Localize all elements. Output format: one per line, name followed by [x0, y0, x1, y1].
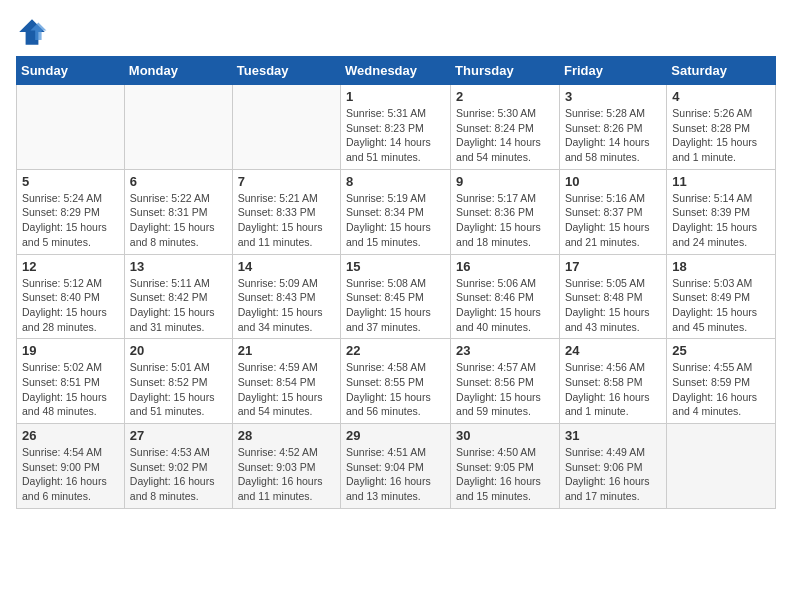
calendar-week-1: 1Sunrise: 5:31 AM Sunset: 8:23 PM Daylig…: [17, 85, 776, 170]
day-number: 6: [130, 174, 227, 189]
day-info: Sunrise: 4:57 AM Sunset: 8:56 PM Dayligh…: [456, 360, 554, 419]
day-number: 11: [672, 174, 770, 189]
day-number: 3: [565, 89, 661, 104]
calendar-cell: 28Sunrise: 4:52 AM Sunset: 9:03 PM Dayli…: [232, 424, 340, 509]
logo: [16, 16, 52, 48]
day-info: Sunrise: 5:01 AM Sunset: 8:52 PM Dayligh…: [130, 360, 227, 419]
day-number: 15: [346, 259, 445, 274]
logo-icon: [16, 16, 48, 48]
day-number: 9: [456, 174, 554, 189]
day-number: 24: [565, 343, 661, 358]
calendar-cell: 10Sunrise: 5:16 AM Sunset: 8:37 PM Dayli…: [559, 169, 666, 254]
calendar-cell: 14Sunrise: 5:09 AM Sunset: 8:43 PM Dayli…: [232, 254, 340, 339]
calendar-cell: 23Sunrise: 4:57 AM Sunset: 8:56 PM Dayli…: [451, 339, 560, 424]
day-info: Sunrise: 4:51 AM Sunset: 9:04 PM Dayligh…: [346, 445, 445, 504]
day-info: Sunrise: 5:05 AM Sunset: 8:48 PM Dayligh…: [565, 276, 661, 335]
calendar-cell: 7Sunrise: 5:21 AM Sunset: 8:33 PM Daylig…: [232, 169, 340, 254]
calendar-cell: [232, 85, 340, 170]
day-number: 14: [238, 259, 335, 274]
day-info: Sunrise: 4:59 AM Sunset: 8:54 PM Dayligh…: [238, 360, 335, 419]
col-header-sunday: Sunday: [17, 57, 125, 85]
day-number: 29: [346, 428, 445, 443]
day-number: 30: [456, 428, 554, 443]
calendar-week-5: 26Sunrise: 4:54 AM Sunset: 9:00 PM Dayli…: [17, 424, 776, 509]
calendar-cell: 18Sunrise: 5:03 AM Sunset: 8:49 PM Dayli…: [667, 254, 776, 339]
day-info: Sunrise: 4:49 AM Sunset: 9:06 PM Dayligh…: [565, 445, 661, 504]
day-info: Sunrise: 5:30 AM Sunset: 8:24 PM Dayligh…: [456, 106, 554, 165]
page-header: [16, 16, 776, 48]
day-info: Sunrise: 4:54 AM Sunset: 9:00 PM Dayligh…: [22, 445, 119, 504]
day-number: 26: [22, 428, 119, 443]
day-number: 25: [672, 343, 770, 358]
calendar-cell: 19Sunrise: 5:02 AM Sunset: 8:51 PM Dayli…: [17, 339, 125, 424]
calendar-cell: 6Sunrise: 5:22 AM Sunset: 8:31 PM Daylig…: [124, 169, 232, 254]
col-header-monday: Monday: [124, 57, 232, 85]
calendar-cell: 20Sunrise: 5:01 AM Sunset: 8:52 PM Dayli…: [124, 339, 232, 424]
calendar-cell: 30Sunrise: 4:50 AM Sunset: 9:05 PM Dayli…: [451, 424, 560, 509]
day-number: 10: [565, 174, 661, 189]
day-info: Sunrise: 5:22 AM Sunset: 8:31 PM Dayligh…: [130, 191, 227, 250]
calendar-cell: [667, 424, 776, 509]
day-number: 1: [346, 89, 445, 104]
day-number: 21: [238, 343, 335, 358]
day-info: Sunrise: 5:16 AM Sunset: 8:37 PM Dayligh…: [565, 191, 661, 250]
calendar-cell: 31Sunrise: 4:49 AM Sunset: 9:06 PM Dayli…: [559, 424, 666, 509]
day-number: 12: [22, 259, 119, 274]
calendar-header-row: SundayMondayTuesdayWednesdayThursdayFrid…: [17, 57, 776, 85]
calendar-cell: 11Sunrise: 5:14 AM Sunset: 8:39 PM Dayli…: [667, 169, 776, 254]
day-number: 5: [22, 174, 119, 189]
day-info: Sunrise: 5:14 AM Sunset: 8:39 PM Dayligh…: [672, 191, 770, 250]
day-number: 4: [672, 89, 770, 104]
col-header-thursday: Thursday: [451, 57, 560, 85]
calendar-cell: 3Sunrise: 5:28 AM Sunset: 8:26 PM Daylig…: [559, 85, 666, 170]
day-info: Sunrise: 5:21 AM Sunset: 8:33 PM Dayligh…: [238, 191, 335, 250]
day-number: 17: [565, 259, 661, 274]
calendar-cell: 29Sunrise: 4:51 AM Sunset: 9:04 PM Dayli…: [341, 424, 451, 509]
col-header-wednesday: Wednesday: [341, 57, 451, 85]
day-number: 22: [346, 343, 445, 358]
calendar-cell: 5Sunrise: 5:24 AM Sunset: 8:29 PM Daylig…: [17, 169, 125, 254]
calendar-table: SundayMondayTuesdayWednesdayThursdayFrid…: [16, 56, 776, 509]
day-number: 7: [238, 174, 335, 189]
calendar-cell: 12Sunrise: 5:12 AM Sunset: 8:40 PM Dayli…: [17, 254, 125, 339]
day-number: 2: [456, 89, 554, 104]
calendar-cell: 17Sunrise: 5:05 AM Sunset: 8:48 PM Dayli…: [559, 254, 666, 339]
calendar-cell: 22Sunrise: 4:58 AM Sunset: 8:55 PM Dayli…: [341, 339, 451, 424]
day-info: Sunrise: 5:28 AM Sunset: 8:26 PM Dayligh…: [565, 106, 661, 165]
day-number: 18: [672, 259, 770, 274]
day-info: Sunrise: 5:24 AM Sunset: 8:29 PM Dayligh…: [22, 191, 119, 250]
day-info: Sunrise: 5:11 AM Sunset: 8:42 PM Dayligh…: [130, 276, 227, 335]
day-number: 23: [456, 343, 554, 358]
calendar-cell: 15Sunrise: 5:08 AM Sunset: 8:45 PM Dayli…: [341, 254, 451, 339]
calendar-cell: 25Sunrise: 4:55 AM Sunset: 8:59 PM Dayli…: [667, 339, 776, 424]
calendar-cell: 8Sunrise: 5:19 AM Sunset: 8:34 PM Daylig…: [341, 169, 451, 254]
calendar-cell: [124, 85, 232, 170]
col-header-friday: Friday: [559, 57, 666, 85]
day-info: Sunrise: 4:56 AM Sunset: 8:58 PM Dayligh…: [565, 360, 661, 419]
calendar-cell: 9Sunrise: 5:17 AM Sunset: 8:36 PM Daylig…: [451, 169, 560, 254]
day-number: 20: [130, 343, 227, 358]
col-header-saturday: Saturday: [667, 57, 776, 85]
col-header-tuesday: Tuesday: [232, 57, 340, 85]
day-info: Sunrise: 4:55 AM Sunset: 8:59 PM Dayligh…: [672, 360, 770, 419]
calendar-week-3: 12Sunrise: 5:12 AM Sunset: 8:40 PM Dayli…: [17, 254, 776, 339]
day-number: 19: [22, 343, 119, 358]
day-info: Sunrise: 5:09 AM Sunset: 8:43 PM Dayligh…: [238, 276, 335, 335]
calendar-cell: 1Sunrise: 5:31 AM Sunset: 8:23 PM Daylig…: [341, 85, 451, 170]
day-info: Sunrise: 4:50 AM Sunset: 9:05 PM Dayligh…: [456, 445, 554, 504]
day-info: Sunrise: 5:12 AM Sunset: 8:40 PM Dayligh…: [22, 276, 119, 335]
day-info: Sunrise: 4:52 AM Sunset: 9:03 PM Dayligh…: [238, 445, 335, 504]
day-info: Sunrise: 4:58 AM Sunset: 8:55 PM Dayligh…: [346, 360, 445, 419]
calendar-cell: [17, 85, 125, 170]
day-info: Sunrise: 5:06 AM Sunset: 8:46 PM Dayligh…: [456, 276, 554, 335]
calendar-cell: 4Sunrise: 5:26 AM Sunset: 8:28 PM Daylig…: [667, 85, 776, 170]
calendar-cell: 21Sunrise: 4:59 AM Sunset: 8:54 PM Dayli…: [232, 339, 340, 424]
day-number: 31: [565, 428, 661, 443]
day-info: Sunrise: 5:31 AM Sunset: 8:23 PM Dayligh…: [346, 106, 445, 165]
calendar-cell: 26Sunrise: 4:54 AM Sunset: 9:00 PM Dayli…: [17, 424, 125, 509]
day-number: 16: [456, 259, 554, 274]
day-info: Sunrise: 5:02 AM Sunset: 8:51 PM Dayligh…: [22, 360, 119, 419]
day-info: Sunrise: 4:53 AM Sunset: 9:02 PM Dayligh…: [130, 445, 227, 504]
calendar-cell: 16Sunrise: 5:06 AM Sunset: 8:46 PM Dayli…: [451, 254, 560, 339]
day-info: Sunrise: 5:03 AM Sunset: 8:49 PM Dayligh…: [672, 276, 770, 335]
